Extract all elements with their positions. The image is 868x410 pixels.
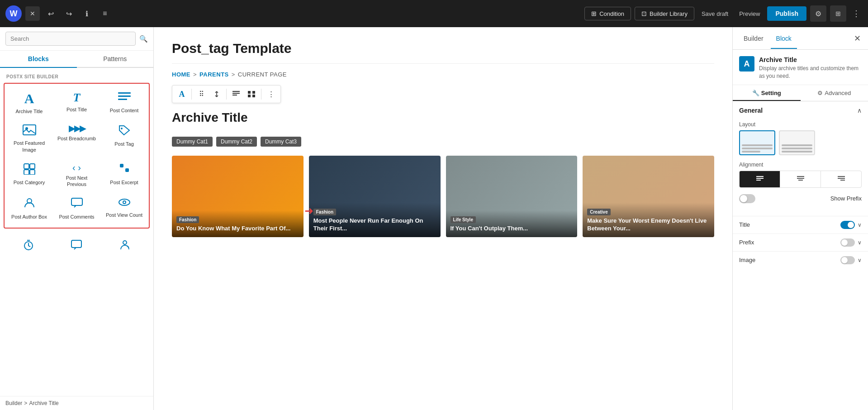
align-center-button[interactable] bbox=[780, 171, 821, 187]
toolbar-drag-button[interactable]: ⠿ bbox=[194, 87, 208, 101]
image-toggle[interactable] bbox=[840, 256, 855, 264]
setting-tab-advanced[interactable]: ⚙ Advanced bbox=[801, 85, 868, 101]
layout-option-2[interactable] bbox=[779, 130, 815, 155]
block-item-post-featured-image[interactable]: Post Featured Image bbox=[6, 120, 52, 157]
dummy-tag-2[interactable]: Dummy Cat2 bbox=[216, 137, 257, 147]
block-item-speech[interactable] bbox=[53, 235, 100, 257]
title-toggle-knob bbox=[848, 222, 854, 228]
toolbar-move-up-down-button[interactable] bbox=[210, 87, 223, 101]
svg-rect-24 bbox=[252, 95, 255, 97]
block-info-name: Archive Title bbox=[759, 56, 862, 63]
alignment-row bbox=[739, 171, 862, 188]
block-item-archive-title[interactable]: A Archive Title bbox=[6, 87, 52, 118]
redo-button[interactable]: ↪ bbox=[62, 6, 76, 21]
blocks-button[interactable]: ⊞ bbox=[830, 5, 846, 22]
block-item-post-content[interactable]: Post Content bbox=[101, 87, 147, 118]
svg-rect-19 bbox=[232, 93, 240, 94]
block-item-post-view-count[interactable]: Post View Count bbox=[101, 193, 147, 224]
search-icon[interactable]: 🔍 bbox=[139, 35, 148, 43]
post-author-box-label: Post Author Box bbox=[11, 214, 47, 220]
svg-rect-26 bbox=[756, 178, 764, 179]
block-item-person[interactable] bbox=[102, 235, 148, 257]
save-draft-button[interactable]: Save draft bbox=[698, 8, 732, 20]
layout-option-1[interactable] bbox=[739, 130, 775, 155]
post-view-count-icon bbox=[118, 197, 131, 209]
canvas-scroll[interactable]: Post_tag Template HOME > PARENTS > CURRE… bbox=[154, 27, 732, 410]
prefix-toggle[interactable] bbox=[840, 238, 855, 247]
block-item-timer[interactable] bbox=[5, 235, 52, 257]
info-button[interactable]: ℹ bbox=[80, 6, 94, 21]
post-card-4[interactable]: Creative Make Sure Your Worst Enemy Does… bbox=[583, 156, 714, 237]
post-view-count-label: Post View Count bbox=[106, 212, 142, 218]
page-title-area: Post_tag Template bbox=[172, 41, 714, 64]
breadcrumb-archive-title: Archive Title bbox=[29, 400, 58, 406]
show-prefix-toggle[interactable] bbox=[739, 194, 755, 203]
svg-rect-23 bbox=[248, 95, 251, 97]
post-card-3[interactable]: Life Style If You Can't Outplay Them... bbox=[446, 156, 578, 237]
tab-blocks[interactable]: Blocks bbox=[0, 51, 77, 67]
list-view-button[interactable]: ≡ bbox=[98, 6, 112, 21]
settings-button[interactable]: ⚙ bbox=[810, 5, 826, 22]
dummy-tags: Dummy Cat1 Dummy Cat2 Dummy Cat3 bbox=[172, 137, 714, 147]
post-card-2-category: Fashion bbox=[313, 209, 336, 215]
prefix-setting-right: ∨ bbox=[840, 238, 862, 247]
svg-rect-7 bbox=[30, 164, 35, 169]
block-item-post-tag[interactable]: Post Tag bbox=[101, 120, 147, 157]
layout-options bbox=[739, 130, 862, 155]
post-card-1-category: Fashion bbox=[176, 216, 199, 223]
block-item-post-title[interactable]: T Post Title bbox=[54, 87, 100, 118]
title-chevron-icon[interactable]: ∨ bbox=[858, 222, 862, 228]
block-item-post-breadcrumb[interactable]: ▶▶▶ Post Breadcrumb bbox=[54, 120, 100, 157]
topbar: W ✕ ↩ ↪ ℹ ≡ ⊞ Condition ⊡ Builder Librar… bbox=[0, 0, 868, 27]
right-sidebar-close-button[interactable]: ✕ bbox=[852, 32, 863, 45]
close-editor-button[interactable]: ✕ bbox=[25, 6, 40, 21]
tab-builder[interactable]: Builder bbox=[738, 29, 769, 48]
block-item-post-excerpt[interactable]: Post Excerpt bbox=[101, 158, 147, 191]
block-item-post-category[interactable]: Post Category bbox=[6, 158, 52, 191]
post-card-2[interactable]: Fashion Most People Never Run Far Enough… bbox=[309, 156, 441, 237]
svg-rect-11 bbox=[71, 198, 82, 205]
undo-button[interactable]: ↩ bbox=[43, 6, 58, 21]
toolbar-grid-button[interactable] bbox=[245, 87, 258, 101]
publish-button[interactable]: Publish bbox=[767, 6, 806, 21]
toolbar-divider-1 bbox=[191, 89, 192, 100]
preview-button[interactable]: Preview bbox=[735, 8, 764, 20]
tab-patterns[interactable]: Patterns bbox=[77, 51, 154, 67]
svg-rect-2 bbox=[118, 99, 127, 100]
postx-blocks-section: A Archive Title T Post Title Post Conten… bbox=[4, 83, 150, 229]
breadcrumb-sep-1: > bbox=[193, 71, 197, 78]
tab-block[interactable]: Block bbox=[771, 29, 797, 48]
general-section-header[interactable]: General ∧ bbox=[733, 101, 868, 119]
post-card-1[interactable]: Fashion Do You Know What My Favorite Par… bbox=[172, 156, 304, 237]
svg-rect-33 bbox=[840, 180, 845, 181]
block-info-icon: A bbox=[739, 56, 754, 72]
title-toggle[interactable] bbox=[840, 221, 855, 229]
svg-rect-28 bbox=[797, 176, 804, 177]
align-left-button[interactable] bbox=[740, 171, 780, 187]
wp-logo[interactable]: W bbox=[5, 5, 22, 22]
search-input[interactable] bbox=[5, 32, 136, 46]
block-item-post-next-previous[interactable]: ‹ › Post Next Previous bbox=[54, 158, 100, 191]
post-tag-icon bbox=[118, 124, 131, 138]
svg-rect-22 bbox=[252, 91, 255, 94]
toolbar-more-button[interactable]: ⋮ bbox=[264, 87, 278, 101]
title-setting-row: Title ∨ bbox=[733, 216, 868, 234]
image-chevron-icon[interactable]: ∨ bbox=[858, 257, 862, 263]
setting-tab-setting[interactable]: 🔧 Setting bbox=[733, 85, 801, 101]
dummy-tag-1[interactable]: Dummy Cat1 bbox=[172, 137, 213, 147]
breadcrumb-home: HOME bbox=[172, 71, 190, 78]
block-item-post-author-box[interactable]: Post Author Box bbox=[6, 193, 52, 224]
builder-library-button[interactable]: ⊡ Builder Library bbox=[635, 7, 694, 20]
align-right-button[interactable] bbox=[821, 171, 861, 187]
toolbar-align-button[interactable] bbox=[229, 87, 243, 101]
post-card-4-overlay: Creative Make Sure Your Worst Enemy Does… bbox=[583, 203, 714, 237]
condition-button[interactable]: ⊞ Condition bbox=[584, 7, 631, 20]
post-next-previous-icon: ‹ › bbox=[72, 163, 81, 172]
dummy-tag-3[interactable]: Dummy Cat3 bbox=[261, 137, 301, 147]
post-card-2-title: Most People Never Run Far Enough On Thei… bbox=[313, 217, 436, 233]
block-item-post-comments[interactable]: Post Comments bbox=[54, 193, 100, 224]
more-options-button[interactable]: ⋮ bbox=[850, 7, 863, 20]
prefix-chevron-icon[interactable]: ∨ bbox=[858, 239, 862, 246]
layout-line-2-full-2 bbox=[782, 148, 812, 149]
post-title-label: Post Title bbox=[66, 106, 87, 113]
